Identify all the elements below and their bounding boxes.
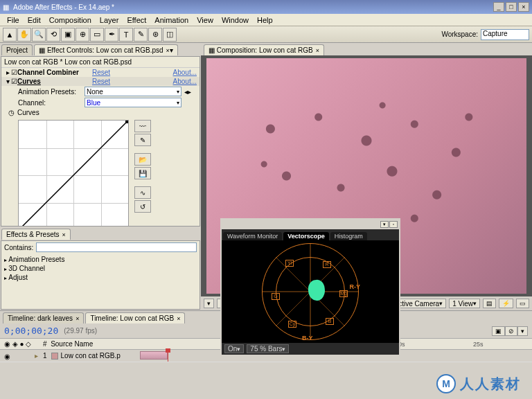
views-dropdown[interactable]: 1 View ▾ [449, 299, 480, 308]
timeline-button[interactable]: ▭ [516, 299, 529, 308]
fx-enable-checkbox[interactable]: ☑ [11, 69, 17, 76]
timeline-options-icon[interactable]: ▾ [517, 326, 528, 336]
tool-bar: ▲ ✋ 🔍 ⟲ ▣ ⊕ ▭ ✒ T ✎ ⊛ ◫ Workspace: Captu… [0, 26, 532, 43]
layer-clip[interactable] [140, 351, 168, 360]
menu-help[interactable]: Help [253, 15, 277, 26]
presets-list[interactable]: Animation Presets 3D Channel Adjust [1, 254, 200, 283]
type-tool[interactable]: T [119, 28, 133, 42]
comp-button[interactable]: ▣ [492, 326, 505, 336]
minimize-button[interactable]: _ [493, 2, 504, 12]
close-tab-icon[interactable]: × [316, 46, 319, 55]
tab-menu-icon[interactable]: ▾ [170, 46, 173, 55]
curve-bezier-button[interactable]: 〰 [134, 120, 151, 132]
brush-tool[interactable]: ✎ [134, 28, 148, 42]
pen-tool[interactable]: ✒ [105, 28, 118, 42]
preset-folder[interactable]: Adjust [4, 273, 197, 282]
menu-window[interactable]: Window [218, 15, 253, 26]
fx-enable-checkbox[interactable]: ☑ [11, 78, 17, 85]
menu-file[interactable]: File [3, 15, 24, 26]
shy-button[interactable]: ⊘ [505, 326, 517, 336]
current-time-indicator[interactable] [168, 350, 168, 362]
curve-reset-button[interactable]: ↺ [134, 200, 151, 213]
close-tab-icon[interactable]: × [177, 314, 180, 323]
timeline-tab-active[interactable]: Timeline: Low con cat RGB× [85, 312, 185, 323]
effects-presets-tab[interactable]: Effects & Presets× [1, 229, 71, 240]
vectorscope-display: R-Y B-Y R Mg B Cy G Yl [222, 240, 399, 343]
selection-tool[interactable]: ▲ [3, 28, 17, 42]
layer-color-swatch[interactable] [51, 353, 58, 360]
scope-close-icon[interactable]: ▫ [389, 221, 398, 228]
reset-link[interactable]: Reset [92, 78, 110, 85]
fx-channel-combiner: ▸ ☑ Channel Combiner Reset About... [1, 68, 200, 77]
twirl-icon[interactable]: ▸ [4, 69, 11, 76]
preset-folder[interactable]: 3D Channel [4, 264, 197, 273]
menu-animation[interactable]: Animation [150, 15, 193, 26]
workspace-label: Workspace: [441, 30, 478, 38]
curve-pencil-button[interactable]: ✎ [134, 134, 151, 146]
fast-preview-button[interactable]: ⚡ [499, 299, 513, 308]
vectorscope-tab[interactable]: Vectorscope [283, 232, 329, 240]
menu-view[interactable]: View [193, 15, 218, 26]
clone-tool[interactable]: ⊛ [148, 28, 162, 42]
menu-edit[interactable]: Edit [24, 15, 45, 26]
zoom-tool[interactable]: 🔍 [32, 28, 46, 42]
camera-tool[interactable]: ▣ [61, 28, 75, 42]
close-button[interactable]: × [518, 2, 529, 12]
timeline-tab[interactable]: Timeline: dark leaves× [3, 312, 84, 323]
title-bar: ▦ Adobe After Effects - Ex 14.aep * _ □ … [0, 0, 532, 14]
scope-on-dropdown[interactable]: On ▾ [224, 344, 244, 353]
layer-name[interactable]: Low con cat RGB.p [61, 352, 121, 360]
scope-bars-dropdown[interactable]: 75 % Bars ▾ [247, 344, 289, 353]
anim-presets-dropdown[interactable]: None [85, 87, 181, 96]
presets-tab-row: Effects & Presets× [0, 227, 201, 240]
scope-titlebar[interactable]: ▾ ▫ [222, 220, 399, 229]
visibility-icon[interactable]: ◉ [4, 353, 11, 360]
pixel-aspect-button[interactable]: ▤ [483, 299, 496, 308]
scope-menu-icon[interactable]: ▾ [380, 221, 389, 228]
watermark: M 人人素材 [436, 374, 521, 393]
magnification-dropdown[interactable]: ▾ [204, 299, 214, 308]
maximize-button[interactable]: □ [506, 2, 517, 12]
twirl-icon[interactable]: ▾ [4, 78, 11, 85]
menu-layer[interactable]: Layer [96, 15, 123, 26]
source-name-header[interactable]: Source Name [51, 340, 93, 348]
menu-effect[interactable]: Effect [123, 15, 150, 26]
composition-tab[interactable]: ▦ Composition: Low con cat RGB× [204, 44, 324, 55]
twirl-icon[interactable]: ▸ [35, 352, 43, 360]
effects-presets-panel: Contains: Animation Presets 3D Channel A… [1, 240, 200, 310]
workspace-select[interactable]: Capture [481, 29, 529, 40]
preset-folder[interactable]: Animation Presets [4, 255, 197, 264]
curve-line[interactable] [19, 121, 128, 227]
about-link[interactable]: About... [173, 78, 197, 85]
hand-tool[interactable]: ✋ [17, 28, 31, 42]
close-tab-icon[interactable]: × [76, 314, 79, 323]
effect-controls-tab[interactable]: ▦ Effect Controls: Low con cat RGB.psd×▾ [34, 44, 178, 55]
reset-link[interactable]: Reset [92, 69, 110, 76]
curve-save-button[interactable]: 💾 [134, 167, 151, 179]
about-link[interactable]: About... [173, 69, 197, 76]
vectorscope-window[interactable]: ▾ ▫ Waveform Monitor Vectorscope Histogr… [220, 218, 400, 353]
curve-open-button[interactable]: 📂 [134, 153, 151, 166]
fx-header: Low con cat RGB * Low con cat RGB.psd [1, 57, 200, 68]
curves-graph[interactable] [18, 120, 129, 227]
channel-dropdown[interactable]: Blue [85, 98, 181, 107]
histogram-tab[interactable]: Histogram [330, 232, 367, 240]
stopwatch-icon[interactable]: ◷ [8, 109, 15, 116]
pan-behind-tool[interactable]: ⊕ [76, 28, 89, 42]
curve-smooth-button[interactable]: ∿ [134, 186, 151, 199]
watermark-text: 人人素材 [460, 375, 521, 393]
menu-composition[interactable]: Composition [45, 15, 96, 26]
watermark-logo-icon: M [436, 374, 456, 393]
rotate-tool[interactable]: ⟲ [46, 28, 60, 42]
current-timecode[interactable]: 0;00;00;20 [4, 326, 58, 336]
mask-tool[interactable]: ▭ [90, 28, 104, 42]
comp-icon: ▦ [209, 46, 215, 55]
effect-controls-panel: Low con cat RGB * Low con cat RGB.psd ▸ … [1, 56, 200, 227]
next-preset-icon[interactable]: ▸ [188, 88, 191, 96]
project-tab[interactable]: Project [1, 44, 33, 55]
curves-editor: 〰 ✎ 📂 💾 ∿ ↺ [1, 117, 200, 227]
waveform-tab[interactable]: Waveform Monitor [223, 232, 282, 240]
eraser-tool[interactable]: ◫ [163, 28, 177, 42]
close-tab-icon[interactable]: × [62, 230, 66, 240]
contains-input[interactable] [36, 242, 197, 252]
